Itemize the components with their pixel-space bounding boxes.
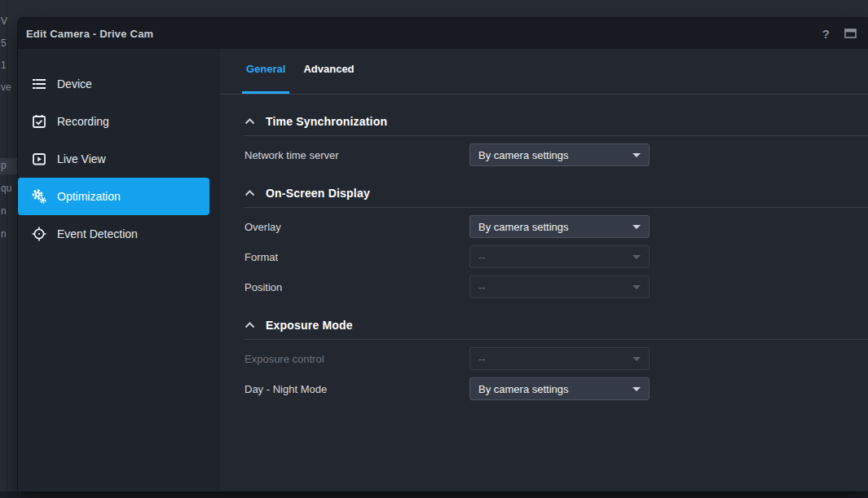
dialog-titlebar: Edit Camera - Drive Cam ? (18, 18, 868, 49)
chevron-down-icon (632, 225, 641, 229)
gears-icon (31, 188, 47, 205)
field-row-position: Position -- (245, 275, 868, 298)
section-exposure-mode: Exposure Mode Exposure control -- Day - … (220, 317, 868, 400)
network-time-server-select[interactable]: By camera settings (469, 143, 650, 166)
select-value: By camera settings (478, 149, 569, 161)
field-row-exposure-control: Exposure control -- (245, 347, 868, 370)
help-icon[interactable]: ? (822, 28, 830, 40)
background-text-fragment: 1 (1, 59, 7, 71)
chevron-down-icon (632, 153, 641, 157)
field-row-format: Format -- (245, 245, 868, 268)
dialog-content: General Advanced Time Synchronization Ne… (220, 49, 868, 491)
background-text-fragment: n (1, 228, 7, 240)
sidebar-item-label: Device (57, 77, 92, 90)
day-night-mode-select[interactable]: By camera settings (469, 377, 650, 400)
field-label: Format (245, 251, 469, 263)
section-title: Exposure Mode (266, 319, 353, 332)
play-frame-icon (31, 151, 47, 167)
position-select: -- (469, 275, 650, 298)
tab-general[interactable]: General (242, 63, 289, 94)
section-divider (245, 135, 868, 136)
section-time-synchronization: Time Synchronization Network time server… (220, 113, 868, 166)
chevron-down-icon (632, 255, 641, 259)
format-select: -- (469, 245, 650, 268)
tab-advanced[interactable]: Advanced (299, 63, 358, 94)
crosshair-icon (31, 226, 47, 242)
chevron-down-icon (632, 357, 641, 361)
screen: V 5 1 ve p qu n n Edit Camera - Drive Ca… (0, 0, 868, 498)
sidebar-item-optimization[interactable]: Optimization (18, 178, 209, 215)
section-divider (245, 207, 868, 208)
background-text-fragment: p (1, 160, 7, 171)
field-row-day-night-mode: Day - Night Mode By camera settings (245, 377, 868, 400)
field-label: Position (245, 281, 469, 293)
field-label: Day - Night Mode (245, 383, 469, 395)
sidebar-item-label: Recording (57, 115, 109, 128)
background-bottom-strip (0, 491, 868, 498)
collapse-chevron-icon[interactable] (245, 118, 255, 125)
collapse-chevron-icon[interactable] (245, 190, 255, 196)
background-text-fragment: qu (1, 183, 11, 194)
section-divider (245, 339, 868, 340)
field-label: Overlay (245, 221, 469, 233)
collapse-chevron-icon[interactable] (245, 322, 255, 328)
background-text-fragment: 5 (1, 37, 7, 49)
section-title: Time Synchronization (266, 115, 387, 128)
window-maximize-icon[interactable] (844, 29, 857, 38)
exposure-control-select: -- (469, 347, 650, 370)
background-text-fragment: n (1, 205, 7, 217)
select-value: By camera settings (478, 221, 569, 233)
section-title: On-Screen Display (266, 187, 370, 200)
select-value: -- (478, 281, 486, 293)
select-value: -- (478, 251, 486, 263)
dialog-title: Edit Camera - Drive Cam (26, 28, 153, 40)
sidebar-item-device[interactable]: Device (18, 65, 209, 103)
sidebar-item-label: Live View (57, 152, 106, 165)
list-icon (31, 76, 47, 92)
tab-bar: General Advanced (220, 49, 868, 95)
sidebar-item-event-detection[interactable]: Event Detection (18, 215, 209, 253)
background-text-fragment: ve (1, 82, 11, 93)
field-label: Network time server (245, 149, 469, 161)
field-row-network-time-server: Network time server By camera settings (245, 143, 868, 166)
chevron-down-icon (632, 285, 641, 289)
dialog-sidebar: Device Recording (18, 49, 220, 491)
select-value: By camera settings (478, 383, 569, 395)
select-value: -- (478, 353, 486, 365)
field-row-overlay: Overlay By camera settings (245, 215, 868, 238)
background-text-fragment: V (1, 15, 7, 27)
calendar-check-icon (31, 113, 47, 130)
field-label: Exposure control (245, 353, 469, 365)
sidebar-item-label: Event Detection (57, 227, 138, 240)
sidebar-item-live-view[interactable]: Live View (18, 140, 209, 178)
sidebar-item-label: Optimization (57, 190, 121, 203)
section-on-screen-display: On-Screen Display Overlay By camera sett… (220, 185, 868, 298)
chevron-down-icon (632, 387, 641, 391)
background-panel-edge (7, 0, 7, 498)
sidebar-item-recording[interactable]: Recording (18, 103, 209, 140)
overlay-select[interactable]: By camera settings (469, 215, 650, 238)
edit-camera-dialog: Edit Camera - Drive Cam ? Device (18, 18, 868, 491)
